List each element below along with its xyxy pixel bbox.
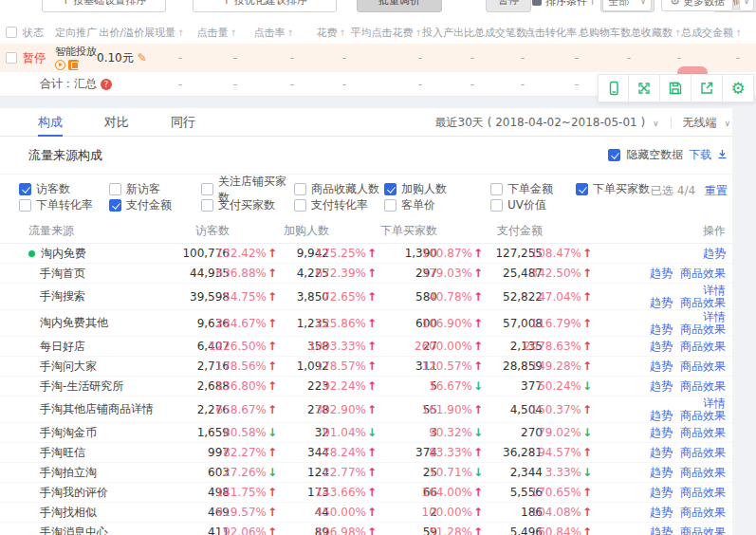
tab-item[interactable]: 同行	[171, 108, 195, 137]
trend-link[interactable]: 趋势	[650, 268, 673, 280]
toolbar-button[interactable]: 暂停	[486, 0, 531, 12]
filter-checkbox[interactable]	[19, 183, 31, 195]
row-checkbox[interactable]	[6, 52, 17, 64]
detail-link[interactable]: 详情	[703, 311, 726, 323]
metric-change: 672.39%↑	[329, 267, 377, 280]
toolbar-button[interactable]: ↑ 按优化建议排序	[193, 0, 337, 12]
metric-change: 161.90%↑	[437, 403, 483, 416]
trend-link[interactable]: 趋势	[650, 360, 673, 373]
source-label: 手淘旺信	[40, 445, 85, 461]
more-data-button[interactable]: ⚙ 更多数据	[661, 0, 733, 11]
trend-link[interactable]: 趋势	[650, 427, 673, 439]
product-effect-link[interactable]: 商品效果	[680, 507, 726, 519]
column-label: 点击率	[253, 27, 285, 39]
reset-link[interactable]: 重置	[705, 184, 728, 197]
select-all-checkbox[interactable]	[6, 27, 17, 38]
metric-change-value: 92.06%↑	[223, 526, 277, 535]
filter-checkbox[interactable]	[109, 183, 121, 195]
metric-value: 2,344	[483, 466, 543, 479]
date-range-select[interactable]: 最近30天 ( 2018-04-02~2018-05-01 ) ∨	[435, 115, 659, 131]
trend-link[interactable]: 趋势	[650, 297, 673, 309]
toolbar-button[interactable]: 批量调价	[357, 0, 442, 12]
level-dot-icon	[28, 250, 35, 257]
trend-link[interactable]: 趋势	[650, 380, 673, 393]
save-button[interactable]	[660, 74, 691, 102]
product-effect-link[interactable]: 商品效果	[680, 447, 726, 459]
product-effect-link[interactable]: 商品效果	[680, 487, 726, 499]
filter-checkbox[interactable]	[201, 199, 213, 212]
trend-link[interactable]: 趋势	[650, 447, 673, 459]
action-line: 趋势商品效果	[650, 410, 726, 422]
tab-active[interactable]: 构成	[38, 108, 63, 137]
detail-link[interactable]: 详情	[703, 397, 726, 410]
product-effect-link[interactable]: 商品效果	[680, 427, 726, 439]
fullscreen-button[interactable]	[629, 74, 660, 102]
filter-checkbox[interactable]	[384, 183, 396, 195]
trend-link[interactable]: 趋势	[650, 487, 673, 499]
source-label: 淘内免费	[41, 246, 86, 262]
settings-button[interactable]: ⚙	[723, 74, 754, 102]
filter-checkbox[interactable]	[294, 183, 306, 195]
product-effect-link[interactable]: 商品效果	[680, 526, 726, 535]
sort-filter-select[interactable]: 全部 ∨	[602, 0, 652, 11]
mobile-preview-button[interactable]	[598, 74, 629, 102]
filter-checkbox[interactable]	[294, 199, 306, 212]
metric-change-value: 342.50%↑	[531, 267, 592, 280]
product-effect-link[interactable]: 商品效果	[680, 360, 726, 373]
trend-link[interactable]: 趋势	[650, 323, 673, 336]
trend-link[interactable]: 趋势	[650, 526, 673, 535]
product-effect-link[interactable]: 商品效果	[680, 380, 726, 393]
help-icon[interactable]: ?	[101, 79, 112, 90]
column-label: 总成交笔数	[474, 27, 526, 39]
play-icon[interactable]	[55, 60, 65, 70]
trend-link[interactable]: 趋势	[650, 341, 673, 353]
export-button[interactable]	[691, 74, 723, 102]
detail-link[interactable]: 详情	[703, 285, 726, 297]
product-effect-link[interactable]: 商品效果	[680, 410, 726, 422]
arrow-up-icon: ↑	[367, 403, 377, 416]
filter-checkbox[interactable]	[490, 199, 503, 212]
filter-item: 下单转化率	[19, 197, 109, 213]
filter-checkbox[interactable]	[384, 199, 396, 212]
filter-checkbox[interactable]	[576, 183, 588, 195]
filter-checkbox[interactable]	[201, 183, 213, 195]
arrow-up-icon: ↑	[582, 290, 592, 304]
tabs-bar: 构成对比同行 最近30天 ( 2018-04-02~2018-05-01 ) ∨…	[0, 108, 756, 137]
product-effect-link[interactable]: 商品效果	[680, 297, 726, 309]
sort-arrow-icon[interactable]: ↑	[735, 28, 743, 38]
product-effect-link[interactable]: 商品效果	[680, 341, 726, 353]
sort-arrow-icon[interactable]: ↑	[286, 28, 294, 38]
sort-arrow-icon[interactable]: ↑	[230, 28, 237, 38]
traffic-table: 流量来源访客数加购人数下单买家数支付金额操作淘内免费100,776132.42%…	[0, 219, 756, 535]
hide-empty-checkbox[interactable]	[608, 149, 620, 161]
filter-checkbox[interactable]	[19, 199, 31, 212]
metric-empty: -	[237, 78, 294, 91]
trend-link[interactable]: 趋势	[703, 248, 726, 260]
metric-change-value: 2600.00%↑	[415, 340, 483, 353]
metric-empty: -	[346, 78, 422, 91]
terminal-select[interactable]: 无线端 ∨	[683, 115, 730, 131]
metric-value: 36,281	[483, 446, 543, 459]
sort-arrow-icon[interactable]: ↑	[415, 28, 422, 38]
filter-item: 加购人数	[384, 181, 490, 197]
trend-link[interactable]: 趋势	[650, 410, 673, 422]
product-effect-link[interactable]: 商品效果	[680, 323, 726, 336]
sort-label: 排序条件	[545, 0, 587, 9]
metric-change: 178.57%↑	[329, 360, 377, 373]
creative-icon[interactable]	[68, 60, 79, 70]
filter-checkbox[interactable]	[109, 199, 121, 212]
tab-item[interactable]: 对比	[104, 108, 129, 137]
metric-change: 150.37%↑	[543, 403, 592, 416]
toolbar-button[interactable]: ↑ 按基础设置排序	[42, 0, 166, 12]
collapse-button[interactable]: ∨	[739, 0, 754, 11]
sort-arrow-icon[interactable]: ↑	[339, 28, 346, 38]
metric-change-value: 919.57%↑	[216, 506, 277, 519]
metric-change-value: 672.39%↑	[316, 267, 377, 280]
trend-link[interactable]: 趋势	[650, 467, 673, 479]
filter-checkbox[interactable]	[490, 183, 503, 195]
product-effect-link[interactable]: 商品效果	[680, 268, 726, 280]
download-link[interactable]: 下载	[689, 147, 728, 163]
trend-link[interactable]: 趋势	[650, 507, 673, 519]
metric-change-value: 79.02%↓	[538, 426, 592, 439]
product-effect-link[interactable]: 商品效果	[680, 467, 726, 479]
